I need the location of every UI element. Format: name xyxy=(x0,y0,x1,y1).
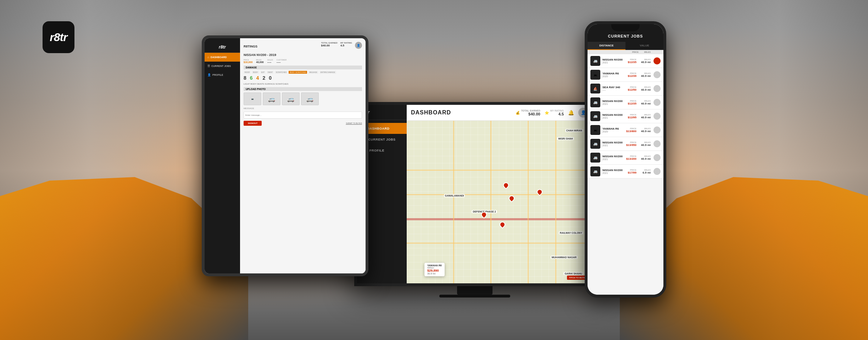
tablet-nav-profile[interactable]: 👤 PROFILE xyxy=(205,70,240,79)
road-h-1 xyxy=(407,170,592,171)
phone-list-item-2[interactable]: ⛵ SEA RAY 340 ---- PRICE $12/50 MILES 40… xyxy=(588,82,663,96)
monitor-wrapper: r8tr ⌂ DASHBOARD ☰ CURRENT JOBS 👤 xyxy=(354,102,595,298)
tablet-signout-button[interactable]: SIGNOUT xyxy=(244,121,262,126)
profile-icon: 👤 xyxy=(207,73,211,76)
vehicle-status-0[interactable] xyxy=(653,57,661,64)
phone-screen: CURRENT JOBS DISTANCE VALUE PRICE MILES … xyxy=(588,24,663,295)
tablet-miles-val: 40,000 xyxy=(256,61,263,63)
phone-list-item-3[interactable]: 🚐 NISSAN NV200 2021 PRICE $12/35 MILES 4… xyxy=(588,96,663,109)
tablet-nav-profile-label: PROFILE xyxy=(212,74,223,76)
vehicle-status-3[interactable] xyxy=(653,99,661,106)
monitor-nav-profile-label: PROFILE xyxy=(369,149,385,152)
tablet-stats: TOTAL EARNED $40.00 MY RATING 4.5 👤 xyxy=(321,42,362,49)
vehicle-year-0: 2021 xyxy=(602,61,624,64)
home-icon: ⌂ xyxy=(207,56,209,59)
tablet-device: r8tr ⌂ DASHBOARD ☰ CURRENT JOBS 👤 PROFIL… xyxy=(202,35,368,276)
map-label-garhi: GARHI SHAHU xyxy=(563,272,583,275)
monitor-topbar: DASHBOARD 💰 TOTAL EARNED $40.00 ⭐ xyxy=(407,105,592,121)
vehicle-status-2[interactable] xyxy=(653,85,661,92)
map-label-defence: GAWALAMANDI xyxy=(444,194,465,197)
vehicle-price-col-7: PRICE $13/200 xyxy=(624,155,636,160)
car-silhouette-2: 🚐 xyxy=(287,96,294,102)
tablet-customer: CUSTOMER ----- xyxy=(277,59,287,63)
bell-icon[interactable]: 🔔 xyxy=(568,110,574,115)
phone-list-item-4[interactable]: 🚐 NISSAN NV200 2021 PRICE $12/95 MILES 4… xyxy=(588,109,663,123)
car-silhouette-3: 🚐 xyxy=(306,96,313,102)
vehicle-name-4: NISSAN NV200 xyxy=(602,113,624,117)
monitor-nav-dashboard-label: DASHBOARD xyxy=(367,127,390,130)
vehicle-miles-8: 6.9 mi xyxy=(638,171,651,174)
phone-list-item-7[interactable]: 🚐 NISSAN NV200 2021 PRICE $13/200 MILES … xyxy=(588,151,663,165)
phone-list-item-1[interactable]: 🏍 YAMAHA R6 2020 PRICE $12/39 MILES 40.9… xyxy=(588,68,663,82)
map-car-card[interactable]: YAMAHA R6 William $29,890 30.9 mi xyxy=(424,263,445,276)
vehicle-price-8: $17/99 xyxy=(624,171,636,174)
monitor-rating: MY RATING 4.5 xyxy=(550,109,564,116)
vehicle-icon-3: 🚐 xyxy=(590,97,600,107)
vehicle-icon-8: 🚐 xyxy=(590,166,600,176)
tablet-vehicle-title: NISSAN NV200 - 2019 xyxy=(244,53,362,57)
vehicle-status-7[interactable] xyxy=(653,154,661,161)
tablet-damage-label-4: SCRATCHES xyxy=(275,71,288,74)
monitor-rating-block: ⭐ MY RATING 4.5 xyxy=(545,109,564,116)
vehicle-price-1: $12/39 xyxy=(624,74,636,78)
phone-tab-value[interactable]: VALUE xyxy=(625,42,663,50)
vehicle-price-col-6: PRICE $13/950 xyxy=(624,141,636,147)
tablet-damage-label-6: ENTIRE DAMAGE xyxy=(319,71,336,74)
phone-list-item-5[interactable]: 🏍 YAMAHA R6 2020 PRICE $13/800 MILES 40.… xyxy=(588,123,663,137)
vehicle-year-4: 2021 xyxy=(602,117,624,119)
tablet-damage-label-0: ROOF xyxy=(244,71,251,74)
phone-list-item-6[interactable]: 🚐 NISSAN NV200 2021 PRICE $13/950 MILES … xyxy=(588,137,663,151)
tablet-submit-link[interactable]: SUBMIT TO BUYER xyxy=(346,122,362,124)
tablet-photo-upload[interactable]: 📷 xyxy=(244,92,261,105)
monitor-rat-label: MY RATING xyxy=(550,109,564,112)
road-v-2 xyxy=(490,121,491,283)
tablet-message-label: MESSAGE xyxy=(244,107,362,109)
road-h-2 xyxy=(407,194,592,195)
phone-list-item-0[interactable]: 🚐 NISSAN NV200 2021 PRICE $12/35 MILES 4… xyxy=(588,54,663,68)
tablet-nav-jobs-label: CURRENT JOBS xyxy=(211,65,231,67)
map-label-chah-miran: CHAH MIRAN xyxy=(565,129,583,132)
vehicle-icon-7: 🚐 xyxy=(590,153,600,163)
tablet-damage-title: DAMAGE xyxy=(244,66,362,69)
tablet-logo: r8tr xyxy=(205,42,240,53)
vehicle-miles-col-8: MILES 6.9 mi xyxy=(638,169,651,174)
tablet-photo-1: 🚐 xyxy=(263,92,280,105)
monitor-device: r8tr ⌂ DASHBOARD ☰ CURRENT JOBS 👤 xyxy=(354,102,595,286)
tablet-nav-current-jobs[interactable]: ☰ CURRENT JOBS xyxy=(205,62,240,70)
map-car-name: YAMAHA R6 xyxy=(427,264,442,267)
vehicle-icon-4: 🚐 xyxy=(590,111,600,121)
vehicle-miles-6: 40.9 mi xyxy=(638,143,651,147)
vehicle-miles-7: 40.9 mi xyxy=(638,157,651,160)
tablet-rating-val: 4.5 xyxy=(340,44,352,47)
tablet-sidebar: r8tr ⌂ DASHBOARD ☰ CURRENT JOBS 👤 PROFIL… xyxy=(205,38,240,273)
vehicle-name-7: NISSAN NV200 xyxy=(602,155,624,158)
phone-vehicle-list: 🚐 NISSAN NV200 2021 PRICE $12/35 MILES 4… xyxy=(588,54,663,295)
tablet-nav-dashboard[interactable]: ⌂ DASHBOARD xyxy=(205,53,240,62)
tablet-rating: MY RATING 4.5 xyxy=(340,42,352,49)
phone-col-vehicle xyxy=(590,51,627,53)
vehicle-miles-4: 40.9 mi xyxy=(638,116,651,119)
tablet-message-input[interactable] xyxy=(244,112,362,119)
tablet-damage-label-1: BODY xyxy=(252,71,259,74)
tablet-earn-val: $40.00 xyxy=(321,44,338,47)
map-label-misri-shah: MISRI SHAH xyxy=(557,137,574,140)
vehicle-miles-col-4: MILES 40.9 mi xyxy=(638,114,651,119)
vehicle-miles-3: 40.9 mi xyxy=(638,102,651,105)
tablet-damage-labels: ROOF BODY EXT DENT SCRATCHES BODY SCRATC… xyxy=(244,71,362,74)
tablet-avatar: 👤 xyxy=(355,42,362,49)
vehicle-status-6[interactable] xyxy=(653,140,661,147)
tablet-vehicle-info: PRICE $10,000 MILES 40,000 SALES ----- C… xyxy=(244,59,362,63)
vehicle-name-8: NISSAN NV200 xyxy=(602,169,624,172)
vehicle-status-4[interactable] xyxy=(653,113,661,120)
vehicle-status-1[interactable] xyxy=(653,71,661,78)
tablet-damage-scores: 8 6 4 2 0 xyxy=(244,75,362,81)
vehicle-price-7: $13/200 xyxy=(624,157,636,160)
vehicle-status-8[interactable] xyxy=(653,168,661,175)
vehicle-status-5[interactable] xyxy=(653,126,661,134)
vehicle-year-2: ---- xyxy=(602,89,624,91)
vehicle-miles-col-0: MILES 40.9 mi xyxy=(638,58,651,64)
vehicle-miles-0: 40.9 mi xyxy=(638,61,651,64)
phone-list-item-8[interactable]: 🚐 NISSAN NV200 2021 PRICE $17/99 MILES 6… xyxy=(588,165,663,178)
vehicle-year-3: 2021 xyxy=(602,103,624,105)
phone-tab-distance[interactable]: DISTANCE xyxy=(588,42,625,50)
